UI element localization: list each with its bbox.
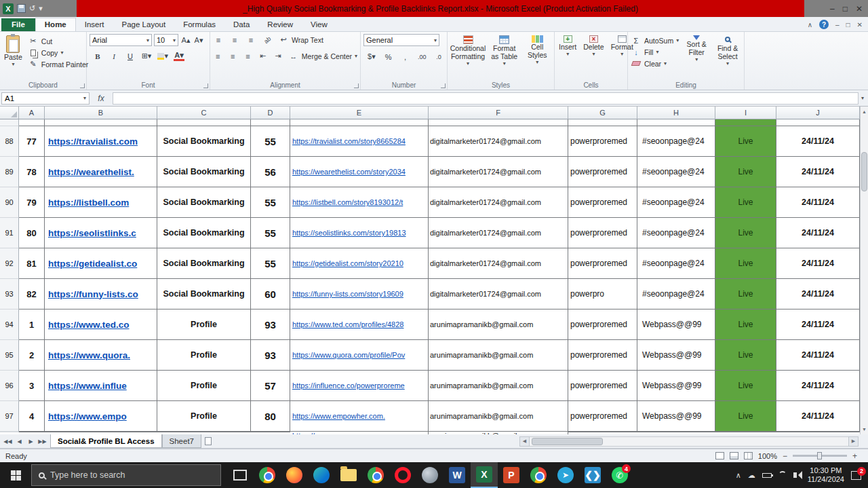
first-sheet-icon[interactable]: ◀◀ — [3, 436, 13, 447]
format-as-table-button[interactable]: Format as Table▾ — [488, 34, 520, 68]
cell-email[interactable]: digitalmarketer01724@gmail.com — [429, 187, 568, 218]
chrome-button[interactable] — [254, 462, 281, 488]
align-right-icon[interactable]: ≡ — [243, 51, 252, 61]
formula-input[interactable] — [113, 92, 859, 105]
cell[interactable] — [19, 432, 45, 432]
sheet-tab-sheet7[interactable]: Sheet7 — [162, 434, 201, 448]
cell-da-score[interactable]: 55 — [251, 126, 290, 157]
cell-da-score[interactable]: 56 — [251, 157, 290, 187]
fx-icon[interactable]: fx — [90, 94, 113, 103]
cell-serial[interactable]: 1 — [19, 309, 45, 340]
align-center-icon[interactable]: ≡ — [228, 51, 237, 61]
save-icon[interactable] — [17, 4, 26, 13]
cell-date[interactable]: 24/11/24 — [776, 157, 860, 187]
tab-formulas[interactable]: Formulas — [174, 18, 224, 31]
help-icon[interactable]: ? — [819, 20, 829, 29]
name-box-dropdown-icon[interactable]: ▾ — [83, 95, 86, 101]
merge-center-button[interactable]: ↔Merge & Center▾ — [288, 50, 357, 62]
row-header[interactable]: 96 — [0, 371, 19, 401]
cell-backlink-url[interactable]: https://www.ted.com/profiles/4828 — [290, 309, 429, 340]
cell-username[interactable]: powerpro — [568, 279, 637, 309]
row-header[interactable]: 88 — [0, 126, 19, 157]
page-layout-view-icon[interactable] — [730, 452, 738, 459]
cell[interactable] — [776, 432, 860, 432]
cell-date[interactable]: 24/11/24 — [776, 218, 860, 248]
battery-icon[interactable] — [762, 473, 772, 478]
cell-username[interactable]: powerproremed — [568, 187, 637, 218]
cell-email[interactable]: digitalmarketer01724@gmail.com — [429, 248, 568, 279]
cell-password[interactable]: #seoonpage@24 — [637, 126, 715, 157]
increase-decimal-icon[interactable]: .00 — [416, 52, 427, 62]
zoom-slider-thumb[interactable] — [817, 452, 822, 459]
qat-customize-dropdown-icon[interactable]: ▾ — [39, 0, 43, 17]
app-button[interactable] — [416, 462, 443, 488]
number-dialog-launcher-icon[interactable] — [441, 83, 446, 88]
comma-style-icon[interactable]: , — [400, 52, 411, 62]
align-bottom-icon[interactable]: ≡ — [245, 35, 256, 45]
zoom-level[interactable]: 100% — [758, 452, 777, 460]
sheet-tab-active[interactable]: Social& Profile BL Access — [50, 434, 162, 448]
cell-status[interactable]: Live — [715, 401, 776, 432]
cell-serial[interactable]: 2 — [19, 340, 45, 371]
tab-review[interactable]: Review — [258, 18, 302, 31]
scroll-left-icon[interactable]: ◀ — [519, 436, 530, 447]
cell-type[interactable]: Social Bookmarking — [157, 218, 251, 248]
action-center-button[interactable]: 2 — [851, 471, 861, 480]
cell-type[interactable]: Profile — [157, 401, 251, 432]
cell-username[interactable]: powerproremed — [568, 248, 637, 279]
clear-button[interactable]: Clear▾ — [631, 58, 679, 69]
fill-button[interactable]: ↓Fill▾ — [631, 46, 679, 58]
cell-email[interactable]: arunimapramanikb@gmail.com — [429, 340, 568, 371]
align-middle-icon[interactable]: ≡ — [229, 35, 240, 45]
firefox-button[interactable] — [281, 462, 308, 488]
workbook-close-icon[interactable]: ✕ — [857, 21, 863, 29]
conditional-formatting-button[interactable]: Conditional Formatting▾ — [450, 34, 486, 68]
cell-site-link[interactable]: https://www.ted.co — [45, 309, 157, 340]
cell-username[interactable]: powerproremed — [568, 309, 637, 340]
row-header[interactable]: 97 — [0, 401, 19, 432]
collapse-ribbon-icon[interactable]: ∧ — [808, 21, 812, 29]
taskbar-clock[interactable]: 10:30 PM 11/24/2024 — [808, 466, 844, 484]
chrome-window-button[interactable] — [525, 462, 552, 488]
cell-date[interactable]: 24/11/24 — [776, 126, 860, 157]
vertical-scroll-thumb[interactable] — [861, 152, 867, 191]
workbook-restore-icon[interactable]: □ — [846, 21, 850, 29]
cell-site-link[interactable]: https://listbell.com — [45, 187, 157, 218]
cell[interactable] — [251, 119, 290, 126]
cell[interactable] — [568, 432, 637, 432]
cell-site-link[interactable]: https://www.influe — [45, 371, 157, 401]
cell-date[interactable]: 24/11/24 — [776, 371, 860, 401]
last-sheet-icon[interactable]: ▶▶ — [37, 436, 47, 447]
tab-page-layout[interactable]: Page Layout — [113, 18, 175, 31]
column-header-b[interactable]: B — [45, 107, 157, 119]
zoom-slider[interactable] — [793, 455, 847, 457]
cell-email[interactable]: arunimapramanikb@gmail.com — [429, 401, 568, 432]
excel-taskbar-button[interactable]: X — [471, 462, 498, 488]
align-left-icon[interactable]: ≡ — [213, 51, 222, 61]
cell-site-link[interactable]: https://travialist.com — [45, 126, 157, 157]
volume-icon[interactable] — [793, 472, 797, 478]
cell-date[interactable]: 24/11/24 — [776, 279, 860, 309]
cell-serial[interactable]: 79 — [19, 187, 45, 218]
cell-date[interactable]: 24/11/24 — [776, 401, 860, 432]
cell[interactable] — [568, 119, 637, 126]
find-select-button[interactable]: Find & Select▾ — [714, 34, 741, 69]
decrease-decimal-icon[interactable]: .0 — [433, 52, 444, 62]
cell-type[interactable]: Profile — [157, 340, 251, 371]
underline-button[interactable]: U — [125, 51, 136, 61]
font-name-combo[interactable]: Arial▾ — [90, 34, 152, 46]
cell-site-link[interactable]: https://www.quora. — [45, 340, 157, 371]
onedrive-cloud-icon[interactable]: ☁ — [748, 471, 755, 480]
minimize-button[interactable]: – — [830, 4, 835, 14]
cell-da-score[interactable]: 60 — [251, 279, 290, 309]
cell-da-score[interactable]: 93 — [251, 340, 290, 371]
cell-type[interactable]: Social Bookmarking — [157, 187, 251, 218]
cell-site-link[interactable]: https://www.empo — [45, 401, 157, 432]
column-header-h[interactable]: H — [637, 107, 715, 119]
cell-serial[interactable]: 80 — [19, 218, 45, 248]
cell[interactable] — [290, 119, 429, 126]
cell-password[interactable]: #seoonpage@24 — [637, 279, 715, 309]
row-header[interactable] — [0, 432, 19, 432]
bold-button[interactable]: B — [92, 51, 103, 61]
close-button[interactable]: ✕ — [856, 4, 863, 14]
